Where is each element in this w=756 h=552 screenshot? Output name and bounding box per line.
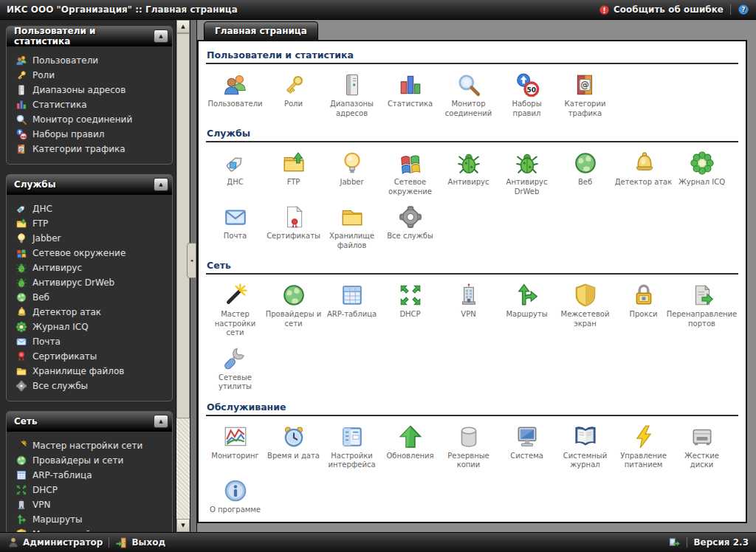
shortcut-item[interactable]: VPN bbox=[439, 282, 498, 338]
shortcut-item[interactable]: Время и дата bbox=[264, 424, 323, 470]
sidebar-item[interactable]: Роли bbox=[7, 68, 172, 83]
scroll-down-button[interactable]: ▼ bbox=[176, 519, 190, 532]
sidebar-item[interactable]: Межсетевой экран bbox=[7, 527, 172, 532]
shortcut-item[interactable]: Мастер настройки сети bbox=[206, 282, 264, 338]
titlebar: ИКС ООО "Организация" :: Главная страниц… bbox=[0, 0, 756, 20]
shortcut-item[interactable]: Мониторинг bbox=[206, 424, 264, 470]
shortcut-item[interactable]: Прокси bbox=[614, 282, 673, 338]
shortcut-item[interactable]: Управление питанием bbox=[614, 424, 673, 470]
sidebar-item-label: FTP bbox=[32, 218, 48, 229]
shortcut-item[interactable]: Жесткие диски bbox=[673, 424, 731, 470]
shortcut-item[interactable]: Статистика bbox=[381, 72, 439, 118]
sidebar-item[interactable]: Маршруты bbox=[7, 512, 172, 527]
shortcut-item[interactable]: Журнал ICQ bbox=[673, 150, 731, 196]
shortcut-item[interactable]: Антивирус bbox=[439, 150, 498, 196]
shortcut-item[interactable]: Роли bbox=[264, 72, 323, 118]
sidebar-item[interactable]: @Категории трафика bbox=[7, 142, 172, 156]
shortcut-item[interactable]: Маршруты bbox=[498, 282, 556, 338]
shortcut-item[interactable]: Сетевые утилиты bbox=[206, 345, 264, 392]
sidebar-panel: Пользователи и статистика▲ПользователиРо… bbox=[6, 26, 173, 165]
sidebar-item[interactable]: Диапазоны адресов bbox=[7, 83, 172, 97]
shortcut-item[interactable]: ДНС bbox=[206, 150, 264, 196]
shortcut-item[interactable]: Пользователи bbox=[206, 72, 264, 118]
sidebar-panel-header[interactable]: Пользователи и статистика▲ bbox=[7, 27, 172, 46]
shortcut-item[interactable]: Диапазоны адресов bbox=[323, 72, 381, 118]
tab-home[interactable]: Главная страница bbox=[204, 21, 318, 40]
shortcut-item[interactable]: О программе bbox=[206, 477, 264, 515]
shortcut-item[interactable]: Перенаправление портов bbox=[673, 282, 731, 338]
shortcut-item[interactable]: Сертификаты bbox=[264, 204, 323, 250]
shortcut-item[interactable]: Настройки интерфейса bbox=[323, 424, 381, 470]
shortcut-item[interactable]: Провайдеры и сети bbox=[264, 282, 323, 338]
sidebar-item[interactable]: Веб bbox=[7, 290, 172, 305]
shortcut-item[interactable]: Все службы bbox=[381, 204, 439, 250]
sidebar-item[interactable]: Сертификаты bbox=[7, 349, 172, 364]
collapse-panel-button[interactable]: ▲ bbox=[154, 415, 168, 428]
shortcut-item[interactable]: Jabber bbox=[323, 150, 381, 196]
version-label: Версия 2.3 bbox=[693, 537, 749, 548]
sidebar-item[interactable]: Антивирус bbox=[7, 261, 172, 275]
shortcut-item[interactable]: Системный журнал bbox=[556, 424, 614, 470]
divider bbox=[109, 537, 109, 548]
shortcut-item[interactable]: Хранилище файлов bbox=[323, 204, 381, 250]
sidebar-item[interactable]: DHCP bbox=[7, 483, 172, 497]
shortcut-item[interactable]: Межсетевой экран bbox=[556, 282, 614, 338]
sidebar-item[interactable]: Провайдеры и сети bbox=[7, 453, 172, 468]
sidebar: Пользователи и статистика▲ПользователиРо… bbox=[0, 20, 176, 532]
collapse-panel-button[interactable]: ▲ bbox=[154, 178, 168, 191]
scroll-up-button[interactable]: ▲ bbox=[176, 20, 190, 33]
windows-icon bbox=[398, 150, 423, 176]
shortcut-item[interactable]: 50Наборы правил bbox=[498, 72, 556, 118]
route-arrow-icon bbox=[16, 514, 27, 525]
shortcut-item[interactable]: Система bbox=[498, 424, 556, 470]
shortcut-item[interactable]: Веб bbox=[556, 150, 614, 196]
sidebar-panel-header[interactable]: Сеть▲ bbox=[7, 412, 172, 432]
sidebar-item[interactable]: 50Наборы правил bbox=[7, 127, 172, 142]
sidebar-item[interactable]: Антивирус DrWeb bbox=[7, 275, 172, 290]
shortcut-item[interactable]: Обновления bbox=[381, 424, 439, 470]
sidebar-item[interactable]: Хранилище файлов bbox=[7, 364, 172, 379]
shortcut-item[interactable]: FTP bbox=[264, 150, 323, 196]
sidebar-item[interactable]: Все службы bbox=[7, 379, 172, 393]
sidebar-item[interactable]: Статистика bbox=[7, 97, 172, 112]
bug-icon bbox=[456, 150, 481, 176]
sidebar-item[interactable]: VPN bbox=[7, 497, 172, 512]
sidebar-item-label: ДНС bbox=[32, 204, 52, 214]
sidebar-item[interactable]: ARP-таблица bbox=[7, 468, 172, 483]
report-error-button[interactable]: Сообщить об ошибке bbox=[599, 4, 724, 15]
table-icon bbox=[16, 469, 27, 481]
sidebar-item[interactable]: Детектор атак bbox=[7, 305, 172, 320]
shortcut-item[interactable]: Сетевое окружение bbox=[381, 150, 439, 196]
sidebar-item[interactable]: Журнал ICQ bbox=[7, 320, 172, 334]
shortcut-item[interactable]: Резервные копии bbox=[439, 424, 498, 470]
sidebar-item[interactable]: Пользователи bbox=[7, 53, 172, 68]
sidebar-item[interactable]: Монитор соединений bbox=[7, 112, 172, 127]
shortcut-item-label: Диапазоны адресов bbox=[323, 100, 381, 118]
lightning-icon bbox=[631, 424, 656, 450]
collapse-sidebar-handle[interactable]: ◂ bbox=[187, 243, 196, 278]
shortcut-item[interactable]: @Категории трафика bbox=[556, 72, 614, 118]
shortcut-item[interactable]: ARP-таблица bbox=[323, 282, 381, 338]
scrollbar-thumb[interactable] bbox=[176, 33, 190, 418]
sidebar-item[interactable]: ДНС bbox=[7, 201, 172, 216]
sidebar-splitter[interactable]: ◂ bbox=[190, 20, 197, 532]
sidebar-item[interactable]: Почта bbox=[7, 334, 172, 349]
question-icon[interactable]: ? bbox=[738, 4, 749, 15]
bell-icon bbox=[631, 150, 656, 176]
magnifier-icon bbox=[16, 114, 27, 125]
sidebar-item[interactable]: Jabber bbox=[7, 231, 172, 246]
shortcut-item[interactable]: Почта bbox=[206, 204, 264, 250]
collapse-panel-button[interactable]: ▲ bbox=[154, 30, 168, 43]
shortcut-item[interactable]: Монитор соединений bbox=[439, 72, 498, 118]
sidebar-item[interactable]: FTP bbox=[7, 216, 172, 231]
current-user-button[interactable]: Администратор bbox=[7, 537, 103, 548]
shortcut-item[interactable]: Детектор атак bbox=[614, 150, 673, 196]
shortcut-item[interactable]: Антивирус DrWeb bbox=[498, 150, 556, 196]
logout-button[interactable]: Выход bbox=[115, 537, 165, 549]
sidebar-item[interactable]: Сетевое окружение bbox=[7, 246, 172, 261]
shortcut-item[interactable]: DHCP bbox=[381, 282, 439, 338]
sidebar-item-label: Веб bbox=[32, 292, 49, 303]
divider bbox=[687, 537, 687, 548]
sidebar-panel-header[interactable]: Службы▲ bbox=[7, 175, 172, 195]
sidebar-item[interactable]: Мастер настройки сети bbox=[7, 438, 172, 453]
